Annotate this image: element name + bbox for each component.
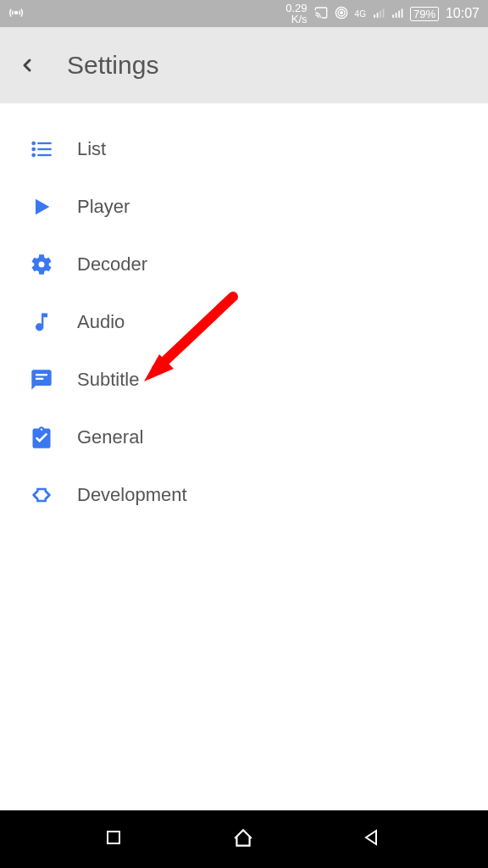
svg-rect-13 [37, 142, 51, 144]
svg-point-0 [15, 11, 18, 14]
battery-indicator: 79% [410, 7, 439, 21]
home-button[interactable] [232, 827, 256, 851]
settings-item-development[interactable]: Development [0, 466, 488, 524]
cast-icon [314, 6, 328, 22]
svg-rect-6 [380, 10, 381, 17]
network-speed: 0.29 K/s [286, 3, 307, 25]
clock: 10:07 [446, 6, 480, 21]
svg-rect-17 [37, 154, 51, 156]
settings-item-subtitle[interactable]: Subtitle [0, 351, 488, 409]
svg-point-16 [31, 153, 36, 158]
recent-apps-button[interactable] [103, 827, 127, 851]
svg-rect-11 [402, 8, 403, 17]
status-bar: 0.29 K/s 4G 79% 10:07 [0, 0, 488, 27]
settings-item-label: Decoder [77, 253, 147, 275]
clipboard-check-icon [30, 426, 53, 449]
settings-item-audio[interactable]: Audio [0, 293, 488, 351]
settings-item-label: List [77, 138, 106, 160]
hotspot-icon [335, 6, 348, 22]
settings-item-label: Audio [77, 311, 125, 333]
svg-rect-20 [36, 374, 47, 376]
signal-icon-1 [373, 7, 385, 21]
network-type: 4G [355, 9, 366, 19]
svg-marker-26 [366, 831, 376, 844]
play-icon [30, 195, 53, 219]
svg-point-14 [31, 147, 36, 152]
music-note-icon [30, 310, 53, 334]
svg-rect-10 [398, 10, 400, 17]
svg-rect-9 [396, 13, 397, 18]
settings-item-list[interactable]: List [0, 120, 488, 178]
svg-point-1 [340, 11, 342, 14]
svg-rect-15 [37, 148, 51, 150]
svg-rect-25 [108, 832, 119, 843]
settings-item-decoder[interactable]: Decoder [0, 236, 488, 293]
settings-item-player[interactable]: Player [0, 178, 488, 236]
back-button[interactable] [17, 55, 37, 75]
svg-marker-18 [36, 199, 49, 215]
settings-item-label: Player [77, 196, 130, 218]
list-icon [30, 137, 53, 161]
settings-item-label: Development [77, 484, 187, 506]
chat-icon [30, 368, 53, 392]
page-title: Settings [67, 51, 158, 80]
svg-point-12 [31, 142, 36, 146]
svg-rect-5 [377, 13, 379, 18]
settings-item-label: Subtitle [77, 369, 139, 391]
broadcast-icon [8, 5, 24, 23]
settings-list: List Player Decoder Audio Subtitle Gener… [0, 103, 488, 541]
app-header: Settings [0, 27, 488, 103]
svg-rect-4 [374, 14, 375, 18]
gear-icon [30, 253, 53, 276]
navigation-bar [0, 810, 488, 868]
back-nav-button[interactable] [361, 827, 385, 851]
settings-item-label: General [77, 426, 143, 448]
signal-icon-2 [391, 7, 403, 21]
svg-rect-7 [383, 8, 385, 17]
settings-item-general[interactable]: General [0, 409, 488, 466]
svg-rect-21 [36, 378, 43, 380]
developer-icon [30, 483, 53, 507]
svg-rect-8 [392, 14, 394, 18]
